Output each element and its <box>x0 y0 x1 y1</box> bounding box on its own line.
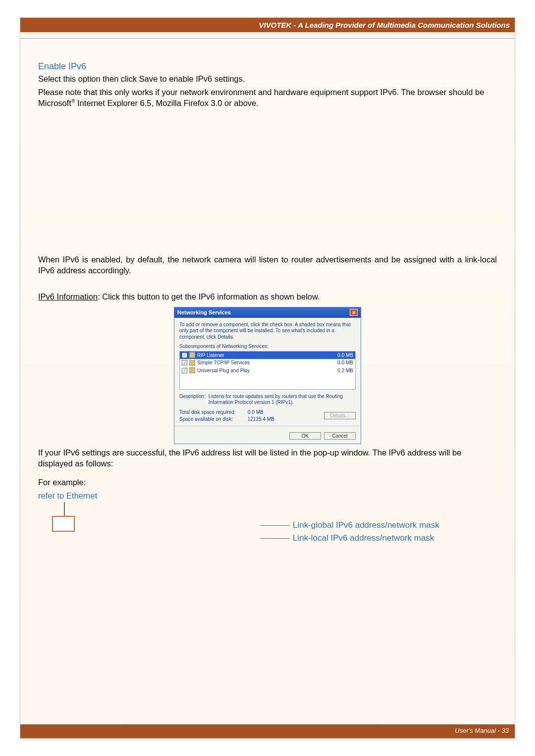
dialog-intro-text: To add or remove a component, click the … <box>179 322 356 341</box>
list-item[interactable]: ✓ Universal Plug and Play 0.2 MB <box>180 367 355 375</box>
paragraph-intro-2b: Internet Explorer 6.5, Mozilla Firefox 3… <box>75 99 259 107</box>
annotation-global-text: Link-global IPv6 address/network mask <box>293 520 439 531</box>
checkbox-icon[interactable]: ✓ <box>182 368 187 373</box>
gap <box>38 278 497 291</box>
disk-required-value: 0.0 MB <box>248 409 264 416</box>
ethernet-example: refer to Ethernet Link-global IPv6 addre… <box>38 490 497 556</box>
annotation-global: Link-global IPv6 address/network mask <box>260 520 439 531</box>
dialog-screenshot: Networking Services ✕ To add or remove a… <box>38 307 497 444</box>
component-icon <box>189 367 195 373</box>
footer-text: User's Manual - 33 <box>455 727 509 734</box>
paragraph-ipv6-info: IPv6 Information: Click this button to g… <box>38 291 497 302</box>
list-item-size: 0.0 MB <box>337 359 353 366</box>
subcomponents-label: Subcomponents of Networking Services: <box>179 343 356 350</box>
dialog-footer: OK Cancel <box>174 429 361 444</box>
content-area: Enable IPv6 Select this option then clic… <box>20 39 515 556</box>
list-item[interactable]: ✓ RIP Listener 0.0 MB <box>180 352 355 359</box>
disk-required-label: Total disk space required: <box>179 409 244 416</box>
paragraph-intro-2: Please note that this only works if your… <box>38 87 497 109</box>
ethernet-diagram: Link-global IPv6 address/network mask Li… <box>38 502 497 556</box>
networking-services-dialog: Networking Services ✕ To add or remove a… <box>174 307 361 444</box>
refer-ethernet-link: refer to Ethernet <box>38 491 97 500</box>
list-item-label: RIP Listener <box>197 352 224 359</box>
annotation-local: Link-local IPv6 address/network mask <box>260 533 434 544</box>
disk-available-value: 12125.4 MB <box>248 416 274 423</box>
annotation-line-icon <box>260 525 290 526</box>
disk-stats-row: Total disk space required: 0.0 MB Space … <box>179 409 356 423</box>
ok-button[interactable]: OK <box>289 432 321 440</box>
description-row: Description: Listens for route updates s… <box>179 394 356 406</box>
subcomponents-listbox[interactable]: ✓ RIP Listener 0.0 MB ✓ Simple TCP/IP Se… <box>179 351 356 390</box>
annotation-local-text: Link-local IPv6 address/network mask <box>293 533 434 544</box>
list-item-size: 0.0 MB <box>337 352 353 359</box>
document-page: VIVOTEK - A Leading Provider of Multimed… <box>20 17 515 739</box>
list-item[interactable]: ✓ Simple TCP/IP Services 0.0 MB <box>180 359 355 367</box>
dialog-divider <box>174 426 361 426</box>
paragraph-enabled: When IPv6 is enabled, by default, the ne… <box>38 254 497 276</box>
ipv6-info-label: IPv6 Information <box>38 292 98 301</box>
dialog-body: To add or remove a component, click the … <box>174 318 361 429</box>
dialog-title-text: Networking Services <box>177 309 231 316</box>
example-block: For example: refer to Ethernet Link-glob… <box>38 477 497 556</box>
section-heading: Enable IPv6 <box>38 60 497 72</box>
list-item-label: Simple TCP/IP Services <box>197 359 250 366</box>
dialog-titlebar: Networking Services ✕ <box>174 307 361 318</box>
highlight-box <box>52 516 75 532</box>
annotation-line-icon <box>260 538 290 539</box>
description-text: Listens for route updates sent by router… <box>209 394 356 406</box>
checkbox-icon[interactable]: ✓ <box>182 360 187 365</box>
whitespace-gap <box>38 110 497 254</box>
component-icon <box>189 352 195 358</box>
disk-available-label: Space available on disk: <box>179 416 244 423</box>
disk-stats: Total disk space required: 0.0 MB Space … <box>179 409 274 423</box>
component-icon <box>189 360 195 366</box>
paragraph-success: If your IPv6 settings are successful, th… <box>38 447 497 469</box>
connector-line <box>64 502 65 516</box>
footer-bar: User's Manual - 33 <box>20 724 515 738</box>
close-icon[interactable]: ✕ <box>350 309 358 316</box>
ipv6-info-rest: : Click this button to get the IPv6 info… <box>98 292 320 301</box>
checkbox-icon[interactable]: ✓ <box>182 353 187 358</box>
header-brand-text: VIVOTEK - A Leading Provider of Multimed… <box>259 21 510 29</box>
details-button[interactable]: Details... <box>324 412 356 419</box>
list-item-label: Universal Plug and Play <box>197 367 250 374</box>
header-bar: VIVOTEK - A Leading Provider of Multimed… <box>20 18 515 32</box>
cancel-button[interactable]: Cancel <box>324 432 356 440</box>
list-item-size: 0.2 MB <box>337 367 353 374</box>
description-label: Description: <box>179 394 206 406</box>
paragraph-intro-1: Select this option then click Save to en… <box>38 73 497 84</box>
example-label: For example: <box>38 477 497 488</box>
